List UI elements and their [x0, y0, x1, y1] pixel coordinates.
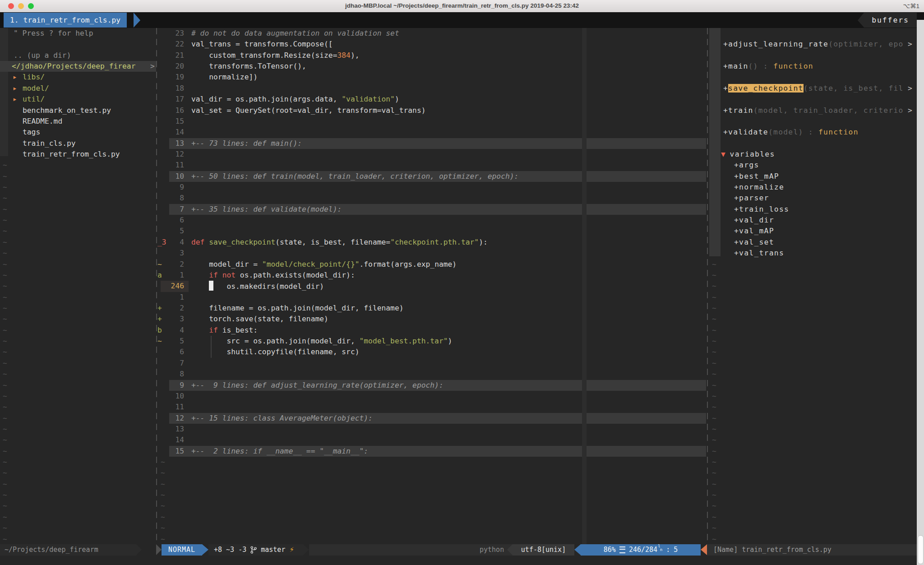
editor-fold-line[interactable]: 9+-- 9 lines: def adjust_learning_rate(o…	[0, 380, 706, 391]
window-separator-left[interactable]	[156, 28, 157, 544]
tagbar-empty-line: ~	[712, 380, 716, 391]
tagbar-empty-line: ~	[712, 369, 716, 380]
editor-empty-line: ~	[161, 468, 165, 479]
nerdtree-item[interactable]: </jdhao/Projects/deep_firear>	[0, 61, 156, 72]
code-text: normalize])	[191, 72, 258, 83]
nerdtree-empty-line: ~	[3, 314, 7, 325]
tagbar-item[interactable]: +train(model, train_loader, criterio>	[0, 105, 917, 116]
tagbar-empty-line: ~	[712, 424, 716, 435]
powerline-arrow-icon	[303, 544, 309, 555]
powerline-arrow-icon	[202, 544, 208, 555]
code-text: val_dir = os.path.join(args.data, "valid…	[191, 94, 399, 105]
nerdtree-empty-line: ~	[3, 226, 7, 237]
nerdtree-empty-line: ~	[3, 237, 7, 248]
editor-line[interactable]: 8	[0, 369, 706, 380]
line-number: 19	[159, 72, 184, 83]
editor-empty-line: ~	[161, 490, 165, 501]
editor-empty-line: ~	[161, 512, 165, 523]
tagbar-empty-line: ~	[712, 479, 716, 490]
nerdtree-empty-line: ~	[3, 171, 7, 182]
tagbar-item[interactable]: +parser	[0, 193, 917, 204]
tagbar-empty-line: ~	[712, 468, 716, 479]
editor-line[interactable]: 17val_dir = os.path.join(args.data, "val…	[0, 94, 706, 105]
chevron-right-icon[interactable]: ▸	[13, 72, 17, 83]
editor-line[interactable]: +3 torch.save(state, filename)	[0, 314, 706, 325]
chevron-right-icon[interactable]: ▸	[13, 83, 17, 94]
code-text: custom_transform.Resize(size=384),	[191, 50, 360, 61]
tagbar-empty-line: ~	[712, 457, 716, 468]
line-number: 13	[159, 424, 184, 435]
truncation-marker: >	[908, 105, 912, 116]
nerdtree-empty-line: ~	[3, 402, 7, 413]
lightning-icon: ⚡	[289, 544, 294, 556]
nerdtree-empty-line: ~	[3, 435, 7, 446]
command-line[interactable]	[0, 556, 924, 565]
editor-line[interactable]: 15	[0, 116, 706, 127]
editor-line[interactable]: 1	[0, 292, 706, 303]
tagbar-empty-line: ~	[712, 435, 716, 446]
tagbar-item[interactable]: +validate(model) : function	[0, 127, 917, 138]
editor-fold-line[interactable]: 12+-- 15 lines: class AverageMeter(objec…	[0, 413, 706, 424]
tagbar-item[interactable]: +args	[0, 160, 917, 171]
editor-line[interactable]: 19 normalize])	[0, 72, 706, 83]
nerdtree-empty-line: ~	[3, 215, 7, 226]
scrollbar-track[interactable]	[917, 20, 924, 565]
editor-line[interactable]: 21 custom_transform.Resize(size=384),	[0, 50, 706, 61]
line-number: 2	[159, 259, 184, 270]
chevron-right-icon[interactable]: ▸	[13, 94, 17, 105]
filetype-label: python	[480, 544, 504, 556]
col-number: 5	[674, 544, 678, 556]
line-number: 21	[159, 50, 184, 61]
line-number: 17	[159, 94, 184, 105]
tagbar-empty-line: ~	[712, 292, 716, 303]
editor-fold-line[interactable]: 15+-- 2 lines: if __name__ == "__main__"…	[0, 446, 706, 457]
line-number: 7	[159, 358, 184, 369]
editor-line[interactable]: 10	[0, 391, 706, 402]
tagbar-empty-line: ~	[712, 534, 716, 545]
editor-line[interactable]: 13	[0, 424, 706, 435]
powerline-arrow-left-icon	[701, 544, 707, 555]
terminal-window: jdhao-MBP.local ~/Projects/deep_firearm/…	[0, 0, 924, 565]
line-number: 11	[159, 402, 184, 412]
line-number: 23	[159, 28, 184, 39]
editor-line[interactable]: 23# do not do data augmentation on valid…	[0, 28, 706, 39]
fold-text: +-- 73 lines: def main():	[191, 138, 302, 149]
line-number: 2	[159, 303, 184, 314]
window-separator-right[interactable]	[707, 28, 708, 544]
editor-line[interactable]: 6 shutil.copyfile(filename, src)	[0, 347, 706, 358]
editor-line[interactable]: 246 os.makedirs(model_dir)	[0, 281, 706, 292]
editor-line[interactable]: +2 filename = os.path.join(model_dir, fi…	[0, 303, 706, 314]
line-number: 15	[159, 116, 184, 127]
line-number: 5	[159, 226, 184, 236]
tagbar-item[interactable]: +val_dir	[0, 215, 917, 226]
nerdtree-empty-line: ~	[3, 468, 7, 479]
editor-line[interactable]: a1 if not os.path.exists(model_dir):	[0, 270, 706, 281]
tagbar-item[interactable]: +adjust_learning_rate(optimizer, epo>	[0, 39, 917, 50]
nerdtree-empty-line: ~	[3, 380, 7, 391]
editor-line[interactable]: ~2 model_dir = "model/check_point/{}".fo…	[0, 259, 706, 270]
line-number: 6	[159, 347, 184, 357]
nerdtree-empty-line: ~	[3, 259, 7, 270]
tagbar-item[interactable]: +val_mAP	[0, 226, 917, 237]
tagbar-item[interactable]: +val_trans	[0, 248, 917, 259]
editor-line[interactable]: ~5 src = os.path.join(model_dir, "model_…	[0, 336, 706, 347]
tagbar-item[interactable]: +save_checkpoint(state, is_best, fil>	[0, 83, 917, 94]
editor-line[interactable]: 11	[0, 402, 706, 413]
nerdtree-empty-line: ~	[3, 347, 7, 358]
nerdtree-empty-line: ~	[3, 204, 7, 215]
fold-text: +-- 2 lines: if __name__ == "__main__":	[191, 446, 368, 457]
editor-fold-line[interactable]: 13+-- 73 lines: def main():	[0, 138, 706, 149]
editor-line[interactable]: 14	[0, 435, 706, 446]
nerdtree-empty-line: ~	[3, 369, 7, 380]
editor-empty-line: ~	[161, 457, 165, 468]
tagbar-empty-line: ~	[712, 259, 716, 270]
scrollbar-thumb[interactable]	[918, 535, 924, 564]
truncation-marker: >	[908, 83, 912, 94]
editor-empty-line: ~	[161, 500, 165, 512]
editor-line[interactable]: b4 if is_best:	[0, 325, 706, 336]
tagbar-item[interactable]: ▼ variables	[0, 149, 917, 160]
tagbar-item[interactable]: +normalize	[0, 182, 917, 193]
editor-empty-line: ~	[161, 479, 165, 490]
editor-line[interactable]: 7	[0, 358, 706, 369]
line-number: 15	[159, 446, 184, 457]
